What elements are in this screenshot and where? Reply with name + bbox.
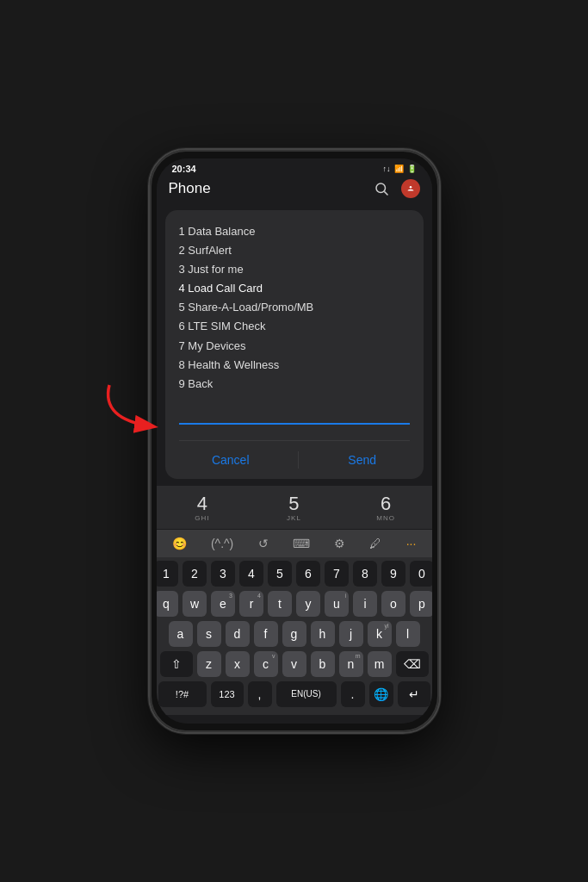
key-n[interactable]: nm — [339, 651, 363, 677]
list-item: 6 LTE SIM Check — [179, 317, 410, 336]
key-o[interactable]: o — [381, 591, 405, 617]
key-9[interactable]: 9 — [381, 561, 405, 587]
list-item: 7 My Devices — [179, 337, 410, 356]
key-k[interactable]: kyl — [368, 621, 392, 647]
home-nav-icon[interactable]: ○ — [255, 722, 262, 724]
list-item: 5 Share-A-Load/Promo/MB — [179, 298, 410, 317]
list-item: 9 Back — [179, 375, 410, 394]
battery-icon: 🔋 — [407, 165, 417, 173]
special-key[interactable]: !?# — [158, 681, 207, 707]
backspace-key[interactable]: ⌫ — [396, 651, 429, 677]
wifi-icon: 📶 — [394, 165, 404, 173]
menu-list: 1 Data Balance 2 SurfAlert 3 Just for me… — [179, 222, 410, 394]
key-e[interactable]: e3 — [211, 591, 235, 617]
bottom-row: !?# 123 , EN(US) . 🌐 ↵ — [158, 681, 430, 707]
emoji-icon[interactable]: 😊 — [167, 535, 192, 552]
key-b[interactable]: b — [311, 651, 335, 677]
cancel-button[interactable]: Cancel — [195, 450, 267, 470]
keyboard: 1 2 3 4 5 6 7 8 9 0 q w e3 r4 t — [157, 557, 432, 715]
period-key[interactable]: . — [341, 681, 365, 707]
app-bar-icons — [374, 179, 420, 198]
key-i[interactable]: i — [353, 591, 377, 617]
key-w[interactable]: w — [183, 591, 207, 617]
input-area — [179, 402, 410, 433]
button-divider — [298, 451, 299, 469]
key-8[interactable]: 8 — [353, 561, 377, 587]
svg-line-2 — [384, 191, 387, 195]
kaomoji-icon[interactable]: (^.^) — [206, 535, 238, 552]
svg-point-1 — [376, 183, 386, 193]
key-d[interactable]: d — [226, 621, 250, 647]
comma-key[interactable]: , — [248, 681, 272, 707]
keypad-row: 4 GHI 5 JKL 6 MNO — [157, 486, 432, 530]
status-icons: ↑↓ 📶 🔋 — [383, 165, 417, 173]
key-t[interactable]: t — [268, 591, 292, 617]
nav-bar: ||| ○ ∨ ⋮⋮ — [157, 715, 432, 724]
key-1[interactable]: 1 — [157, 561, 179, 587]
phone-screen: 20:34 ↑↓ 📶 🔋 Phone — [157, 158, 432, 724]
key-y[interactable]: y — [296, 591, 320, 617]
keyboard-icon[interactable]: ⌨ — [288, 535, 315, 552]
qwerty-row1: q w e3 r4 t y ui i o p — [158, 591, 430, 617]
ussd-input[interactable] — [179, 402, 410, 425]
clipboard-icon[interactable]: 🖊 — [364, 535, 387, 552]
key-5[interactable]: 5 — [268, 561, 292, 587]
shift-key[interactable]: ⇧ — [160, 651, 193, 677]
key-x[interactable]: x — [226, 651, 250, 677]
key-h[interactable]: h — [311, 621, 335, 647]
keypad-key-6[interactable]: 6 MNO — [340, 494, 431, 522]
key-4[interactable]: 4 — [239, 561, 263, 587]
key-z[interactable]: z — [197, 651, 221, 677]
key-v[interactable]: v — [282, 651, 306, 677]
asdf-row: a s d f g h j kyl l — [158, 621, 430, 647]
key-j[interactable]: j — [339, 621, 363, 647]
key-a[interactable]: a — [169, 621, 193, 647]
app-bar: Phone — [157, 176, 432, 203]
list-item: 1 Data Balance — [179, 222, 410, 241]
zxcv-row: ⇧ z x cv v b nm m ⌫ — [158, 651, 430, 677]
dialog-buttons: Cancel Send — [179, 440, 410, 479]
key-3[interactable]: 3 — [211, 561, 235, 587]
globe-key[interactable]: 🌐 — [369, 681, 393, 707]
recents-nav-icon[interactable]: ∨ — [310, 722, 319, 724]
key-m[interactable]: m — [368, 651, 392, 677]
space-key[interactable]: EN(US) — [276, 681, 337, 707]
key-p[interactable]: p — [410, 591, 432, 617]
key-0[interactable]: 0 — [410, 561, 432, 587]
key-g[interactable]: g — [282, 621, 306, 647]
number-row: 1 2 3 4 5 6 7 8 9 0 — [158, 561, 430, 587]
signal-icon: ↑↓ — [383, 165, 391, 173]
enter-key[interactable]: ↵ — [398, 681, 430, 707]
status-bar: 20:34 ↑↓ 📶 🔋 — [157, 158, 432, 176]
keyboard-toolbar: 😊 (^.^) ↺ ⌨ ⚙ 🖊 ··· — [157, 530, 432, 557]
keypad-key-5[interactable]: 5 JKL — [249, 494, 340, 522]
key-r[interactable]: r4 — [239, 591, 263, 617]
svg-point-3 — [409, 186, 412, 189]
key-7[interactable]: 7 — [325, 561, 349, 587]
search-icon[interactable] — [374, 181, 389, 196]
phone-device: 20:34 ↑↓ 📶 🔋 Phone — [148, 148, 441, 734]
key-u[interactable]: ui — [325, 591, 349, 617]
apps-nav-icon[interactable]: ⋮⋮ — [367, 722, 391, 724]
key-2[interactable]: 2 — [183, 561, 207, 587]
list-item: 8 Health & Wellness — [179, 356, 410, 375]
notification-badge[interactable] — [401, 179, 420, 198]
list-item: 3 Just for me — [179, 260, 410, 279]
app-title: Phone — [169, 180, 211, 197]
settings-icon[interactable]: ⚙ — [329, 535, 350, 552]
key-s[interactable]: s — [197, 621, 221, 647]
status-time: 20:34 — [172, 164, 196, 174]
key-l[interactable]: l — [396, 621, 420, 647]
key-q[interactable]: q — [157, 591, 179, 617]
num-key[interactable]: 123 — [211, 681, 244, 707]
list-item: 2 SurfAlert — [179, 241, 410, 260]
ussd-dialog: 1 Data Balance 2 SurfAlert 3 Just for me… — [165, 210, 424, 479]
key-f[interactable]: f — [254, 621, 278, 647]
key-c[interactable]: cv — [254, 651, 278, 677]
send-button[interactable]: Send — [331, 450, 393, 470]
sticker-icon[interactable]: ↺ — [253, 535, 274, 552]
keypad-key-4[interactable]: 4 GHI — [157, 494, 248, 522]
back-nav-icon[interactable]: ||| — [197, 722, 207, 724]
key-6[interactable]: 6 — [296, 561, 320, 587]
more-icon[interactable]: ··· — [401, 535, 422, 552]
